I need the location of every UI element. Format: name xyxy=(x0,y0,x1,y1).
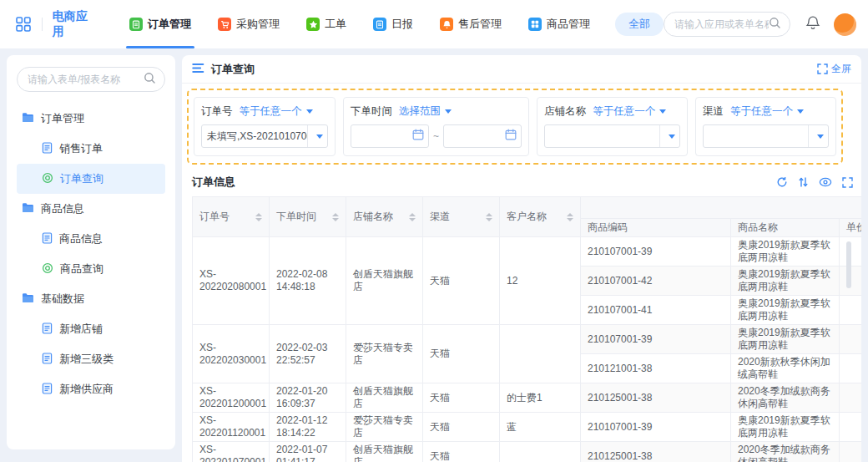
document-icon xyxy=(42,353,59,367)
sort-toggle-icon[interactable] xyxy=(567,213,573,221)
filter-label: 渠道 xyxy=(703,104,724,119)
fullscreen-button[interactable]: 全屏 xyxy=(817,62,851,76)
product-name-cell: 奥康2019新款夏季软底两用凉鞋 xyxy=(731,296,840,325)
order-time-cell: 2022-01-12 18:14:22 xyxy=(270,413,346,442)
customer-cell xyxy=(500,325,581,383)
app-brand[interactable]: 电商应用 xyxy=(53,9,91,39)
eye-icon[interactable] xyxy=(819,177,832,187)
document-icon xyxy=(42,142,59,156)
app-tab[interactable]: 售后管理 xyxy=(440,0,502,48)
vertical-scrollbar[interactable] xyxy=(846,241,851,288)
product-column-header: 商品编码 xyxy=(581,219,731,237)
sort-toggle-icon[interactable] xyxy=(332,213,339,221)
folder-icon xyxy=(22,202,41,216)
main-panel: 订单查询 全屏 订单号等于任意一个未填写,XS-20210107000...下单… xyxy=(182,55,861,462)
order-time-cell: 2022-02-03 22:52:57 xyxy=(270,325,346,383)
search-icon[interactable] xyxy=(769,17,781,33)
table-row[interactable]: XS-2022010700012022-01-07 01:41:17创盾天猫旗舰… xyxy=(193,442,862,462)
product-code-cell: 210121001-38 xyxy=(581,354,731,383)
notifications-bell-icon[interactable] xyxy=(805,15,820,34)
filter-condition-label: 等于任意一个 xyxy=(593,104,655,119)
chevron-down-icon xyxy=(817,135,824,139)
price-cell xyxy=(840,354,862,383)
app-tab[interactable]: 订单管理 xyxy=(129,0,191,48)
folder-label: 订单管理 xyxy=(41,111,84,126)
sort-icon[interactable] xyxy=(798,176,809,188)
date-start[interactable] xyxy=(351,124,429,148)
filter-condition-dropdown[interactable]: 选择范围 xyxy=(399,104,452,119)
filter-select[interactable]: 未填写,XS-20210107000... xyxy=(201,124,328,148)
sidebar-item[interactable]: 新增三级类 xyxy=(17,344,165,374)
refresh-icon[interactable] xyxy=(776,176,788,188)
calendar-icon[interactable] xyxy=(412,129,424,144)
search-icon[interactable] xyxy=(144,72,156,88)
customer-cell: 的士费1 xyxy=(500,383,581,413)
table-row[interactable]: XS-2022020300012022-02-03 22:52:57爱莎天猫专卖… xyxy=(193,325,862,354)
main-body: 订单号等于任意一个未填写,XS-20210107000...下单时间选择范围~店… xyxy=(182,84,861,462)
select-caret[interactable] xyxy=(659,125,679,147)
product-name-cell: 2020冬季加绒款商务休闲高帮鞋 xyxy=(731,442,840,462)
folder-icon xyxy=(22,112,41,125)
filter-condition-dropdown[interactable]: 等于任意一个 xyxy=(593,104,666,119)
grid-title: 订单信息 xyxy=(192,175,235,190)
date-start-input[interactable] xyxy=(356,130,412,142)
sidebar-folder[interactable]: 商品信息 xyxy=(17,194,165,224)
app-tab-label: 采购管理 xyxy=(236,17,280,32)
sort-toggle-icon[interactable] xyxy=(255,213,262,221)
calendar-icon[interactable] xyxy=(505,129,517,144)
app-tab[interactable]: 日报 xyxy=(373,0,413,48)
sidebar-item-label: 新增供应商 xyxy=(59,382,114,397)
filter-condition-dropdown[interactable]: 等于任意一个 xyxy=(730,104,804,119)
sidebar-item[interactable]: 订单查询 xyxy=(17,164,165,194)
sidebar-item[interactable]: 新增供应商 xyxy=(17,374,165,404)
tab-all[interactable]: 全部 xyxy=(615,13,664,36)
global-search[interactable] xyxy=(664,12,790,37)
shop-cell: 爱莎天猫专卖店 xyxy=(346,325,423,383)
shop-cell: 创盾天猫旗舰店 xyxy=(346,442,423,462)
sidebar-folder[interactable]: 基础数据 xyxy=(17,284,165,314)
sidebar-item[interactable]: 销售订单 xyxy=(17,134,165,164)
sort-toggle-icon[interactable] xyxy=(486,213,492,221)
filter-condition-dropdown[interactable]: 等于任意一个 xyxy=(240,104,313,119)
fullscreen-label: 全屏 xyxy=(831,62,851,76)
table-row[interactable]: XS-2022020800012022-02-08 14:48:18创盾天猫旗舰… xyxy=(193,237,862,267)
app-tab-label: 订单管理 xyxy=(148,17,191,32)
sidebar-item[interactable]: 商品信息 xyxy=(17,224,165,254)
table-row[interactable]: XS-2022011200012022-01-12 18:14:22爱莎天猫专卖… xyxy=(193,413,862,442)
filter-label: 下单时间 xyxy=(351,104,392,119)
user-avatar[interactable] xyxy=(834,13,856,36)
app-tab[interactable]: 商品管理 xyxy=(528,0,590,48)
select-caret[interactable] xyxy=(808,125,828,147)
table-fullscreen-icon[interactable] xyxy=(842,177,853,188)
sidebar-item-label: 新增三级类 xyxy=(59,352,114,367)
app-tab[interactable]: 采购管理 xyxy=(218,0,280,48)
filter-label: 订单号 xyxy=(201,104,233,119)
sidebar-search[interactable] xyxy=(17,67,165,92)
order-time-cell: 2022-01-20 16:09:37 xyxy=(270,383,346,413)
column-header-label: 下单时间 xyxy=(276,210,316,224)
app-tab[interactable]: 工单 xyxy=(306,0,346,48)
target-icon xyxy=(42,172,60,186)
date-end-input[interactable] xyxy=(448,130,505,142)
sidebar-search-input[interactable] xyxy=(28,74,144,85)
grid-toolbar xyxy=(766,176,853,188)
filter-condition-label: 等于任意一个 xyxy=(240,104,302,119)
shop-cell: 爱莎天猫专卖店 xyxy=(346,413,423,442)
sidebar-item[interactable]: 商品查询 xyxy=(17,254,165,284)
bell-icon xyxy=(440,18,453,31)
sidebar-folder[interactable]: 订单管理 xyxy=(17,104,165,134)
global-search-input[interactable] xyxy=(674,18,769,30)
topbar-right xyxy=(664,12,856,37)
sort-toggle-icon[interactable] xyxy=(409,213,416,221)
select-caret[interactable] xyxy=(307,125,327,147)
date-end[interactable] xyxy=(443,124,522,148)
price-cell xyxy=(840,442,862,462)
menu-icon[interactable] xyxy=(192,62,204,77)
filter-select[interactable] xyxy=(544,124,680,148)
filter-select[interactable] xyxy=(703,124,829,148)
sidebar-item-label: 商品查询 xyxy=(60,261,103,277)
sidebar-item[interactable]: 新增店铺 xyxy=(17,314,165,344)
apps-grid-icon[interactable] xyxy=(15,16,32,33)
filter-head: 渠道等于任意一个 xyxy=(703,104,829,119)
table-row[interactable]: XS-2022012000012022-01-20 16:09:37创盾天猫旗舰… xyxy=(193,383,862,413)
